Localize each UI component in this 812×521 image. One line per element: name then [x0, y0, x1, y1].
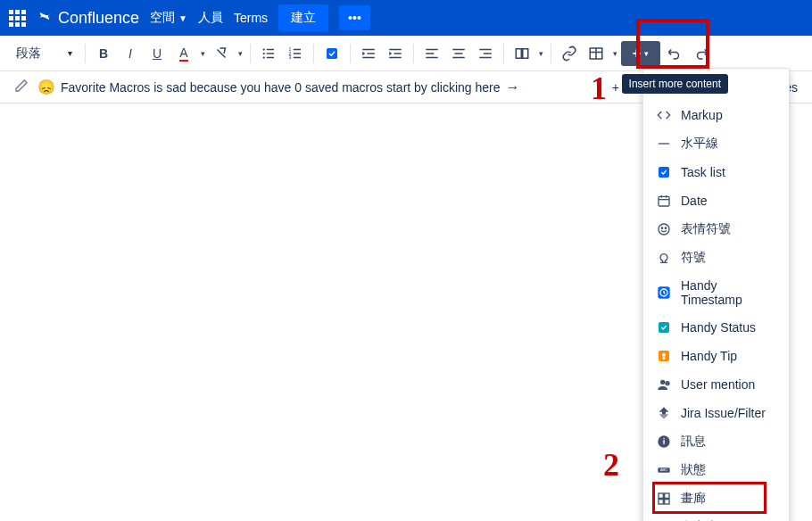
svg-rect-18 — [389, 56, 402, 58]
svg-rect-23 — [455, 53, 463, 54]
layout-button[interactable] — [510, 41, 534, 66]
more-formatting-dropdown[interactable]: ▾ — [236, 41, 244, 66]
dropdown-item-tasklist[interactable]: Task list — [643, 158, 789, 186]
separator — [413, 44, 414, 63]
tasklist-icon — [656, 164, 672, 180]
insert-more-tooltip: Insert more content — [622, 74, 728, 94]
italic-button[interactable]: I — [118, 41, 143, 66]
dropdown-item-gallery[interactable]: 畫廊 — [643, 484, 789, 513]
create-button[interactable]: 建立 — [278, 4, 328, 31]
separator — [350, 44, 351, 63]
calendar-icon — [656, 193, 672, 209]
clock-icon — [656, 285, 672, 301]
svg-rect-16 — [389, 48, 402, 50]
favorite-macros-message[interactable]: 😞 Favorite Macros is sad because you hav… — [37, 79, 603, 95]
dropdown-item-tip[interactable]: Handy Tip — [643, 342, 789, 370]
separator — [551, 44, 551, 63]
app-switcher-icon[interactable] — [9, 10, 26, 27]
align-right-button[interactable] — [473, 41, 498, 66]
status-icon — [656, 319, 672, 335]
svg-rect-26 — [484, 53, 492, 54]
dropdown-item-status-lozenge[interactable]: ABC 狀態 — [643, 456, 789, 484]
dropdown-item-emoji[interactable]: 表情符號 — [643, 215, 789, 244]
table-button[interactable] — [584, 41, 609, 66]
svg-text:3: 3 — [289, 54, 292, 60]
jira-icon — [656, 405, 672, 421]
mention-icon — [656, 376, 672, 393]
align-center-button[interactable] — [446, 41, 471, 66]
align-left-button[interactable] — [419, 41, 444, 66]
symbol-icon — [656, 250, 672, 266]
separator — [503, 44, 504, 63]
table-dropdown[interactable]: ▾ — [610, 41, 619, 66]
svg-point-40 — [661, 227, 662, 228]
dropdown-item-info[interactable]: i 訊息 — [643, 427, 789, 456]
tip-icon — [656, 348, 672, 364]
link-button[interactable] — [557, 41, 582, 66]
dropdown-item-jira[interactable]: Jira Issue/Filter — [643, 399, 789, 427]
plus-icon: + — [633, 45, 641, 62]
svg-rect-12 — [327, 48, 337, 59]
clear-formatting-button[interactable] — [209, 41, 234, 66]
numbered-list-button[interactable]: 123 — [283, 41, 308, 66]
svg-rect-3 — [267, 48, 274, 50]
svg-rect-4 — [267, 53, 274, 54]
svg-rect-57 — [665, 500, 669, 504]
more-button[interactable]: ••• — [339, 5, 370, 30]
svg-rect-20 — [426, 53, 434, 54]
svg-rect-10 — [294, 53, 301, 54]
insert-more-button[interactable]: + ▾ — [621, 41, 660, 66]
horizontal-rule-icon — [656, 136, 672, 152]
svg-point-39 — [659, 224, 669, 235]
plus-icon: + — [612, 80, 619, 95]
dropdown-item-hr[interactable]: 水平線 — [643, 129, 789, 158]
dropdown-item-mention[interactable]: User mention — [643, 370, 789, 399]
dropdown-item-markup[interactable]: Markup — [643, 101, 789, 129]
gallery-icon — [656, 491, 672, 507]
bullet-list-button[interactable] — [256, 41, 281, 66]
nav-spaces[interactable]: 空間 ▼ — [150, 10, 187, 26]
svg-rect-27 — [479, 56, 492, 58]
svg-point-48 — [660, 380, 665, 385]
undo-button[interactable] — [662, 41, 687, 66]
svg-rect-29 — [523, 48, 528, 58]
svg-rect-44 — [659, 322, 669, 333]
text-color-button[interactable]: A — [171, 41, 196, 66]
outdent-button[interactable] — [356, 41, 381, 66]
edit-icon[interactable] — [14, 79, 29, 95]
svg-text:i: i — [663, 437, 666, 446]
app-header: Confluence 空間 ▼ 人員 Terms 建立 ••• — [0, 0, 812, 36]
arrow-right-icon: → — [506, 79, 520, 95]
dropdown-item-toc[interactable]: 內容表 — [643, 513, 789, 521]
svg-rect-21 — [426, 56, 438, 58]
layout-dropdown[interactable]: ▾ — [536, 41, 545, 66]
svg-rect-28 — [516, 48, 521, 58]
svg-rect-24 — [452, 56, 465, 58]
emoji-icon — [656, 221, 672, 237]
dropdown-item-timestamp[interactable]: Handy Timestamp — [643, 272, 789, 313]
status-lozenge-icon: ABC — [656, 462, 672, 478]
chevron-down-icon: ▼ — [178, 13, 187, 23]
indent-button[interactable] — [383, 41, 408, 66]
svg-rect-11 — [294, 56, 301, 58]
dropdown-item-symbol[interactable]: 符號 — [643, 244, 789, 272]
svg-rect-35 — [659, 196, 669, 206]
underline-button[interactable]: U — [145, 41, 170, 66]
redo-button[interactable] — [689, 41, 714, 66]
dropdown-item-date[interactable]: Date — [643, 186, 789, 215]
separator — [85, 44, 86, 63]
insert-dropdown: Link Markup 水平線 Task list Date 表情符號 符號 H… — [642, 68, 790, 521]
text-color-dropdown[interactable]: ▾ — [198, 41, 207, 66]
nav-people[interactable]: 人員 — [198, 10, 223, 26]
chevron-down-icon: ▾ — [68, 48, 72, 58]
nav-terms[interactable]: Terms — [234, 11, 268, 25]
confluence-logo[interactable]: Confluence — [37, 8, 139, 29]
sad-emoji-icon: 😞 — [37, 79, 55, 95]
task-list-button[interactable] — [319, 41, 344, 66]
svg-rect-25 — [479, 48, 492, 50]
dropdown-item-status[interactable]: Handy Status — [643, 313, 789, 342]
chevron-down-icon: ▾ — [644, 49, 649, 58]
bold-button[interactable]: B — [91, 41, 116, 66]
paragraph-style-select[interactable]: 段落 ▾ — [9, 42, 79, 65]
svg-rect-13 — [362, 48, 375, 50]
